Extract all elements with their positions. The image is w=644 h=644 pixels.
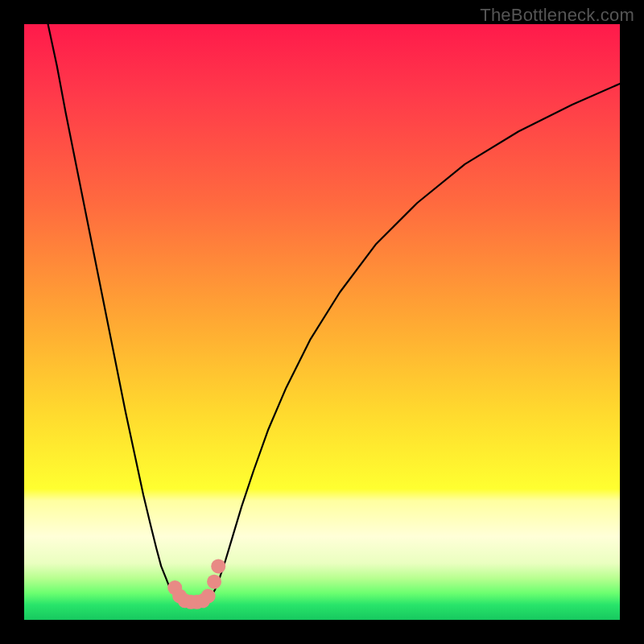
valley-marker	[201, 588, 216, 603]
watermark-text: TheBottleneck.com	[480, 5, 634, 26]
valley-marker	[207, 575, 221, 589]
valley-marker	[211, 559, 225, 573]
bottleneck-chart	[24, 24, 620, 620]
plot-area	[24, 24, 620, 620]
outer-frame: TheBottleneck.com	[0, 0, 644, 644]
